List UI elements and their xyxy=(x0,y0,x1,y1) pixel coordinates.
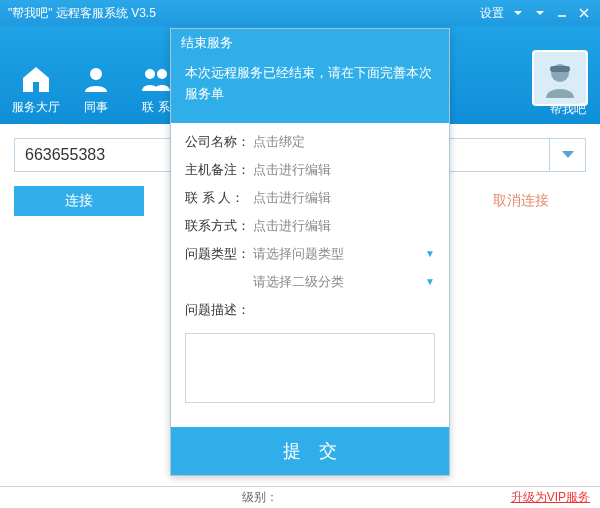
submit-button[interactable]: 提交 xyxy=(171,427,449,475)
app-title: "帮我吧" 远程客服系统 V3.5 xyxy=(8,5,156,22)
pcat-select[interactable]: 请选择二级分类 xyxy=(253,273,419,291)
home-icon xyxy=(6,59,66,99)
ptype-label: 问题类型： xyxy=(185,245,253,263)
level-label: 级别： xyxy=(242,489,278,506)
svg-point-2 xyxy=(157,69,167,79)
contactway-label: 联系方式： xyxy=(185,217,253,235)
contactway-value[interactable]: 点击进行编辑 xyxy=(253,217,435,235)
connect-button[interactable]: 连接 xyxy=(14,186,144,216)
description-textarea[interactable] xyxy=(185,333,435,403)
svg-rect-4 xyxy=(550,66,570,72)
nav-service-hall[interactable]: 服务大厅 xyxy=(6,59,66,124)
titlebar: "帮我吧" 远程客服系统 V3.5 设置 xyxy=(0,0,600,26)
chevron-down-icon[interactable]: ▼ xyxy=(425,248,435,259)
dropdown2-icon[interactable] xyxy=(532,5,548,21)
company-value[interactable]: 点击绑定 xyxy=(253,133,435,151)
hostnote-value[interactable]: 点击进行编辑 xyxy=(253,161,435,179)
contact-label: 联 系 人： xyxy=(185,189,253,207)
end-service-dialog: 结束服务 本次远程服务已经结束，请在下面完善本次服务单 公司名称：点击绑定 主机… xyxy=(170,28,450,476)
brand-label: 帮我吧 xyxy=(550,101,586,118)
svg-point-1 xyxy=(145,69,155,79)
id-dropdown-button[interactable] xyxy=(550,138,586,172)
dialog-message: 本次远程服务已经结束，请在下面完善本次服务单 xyxy=(171,57,449,123)
upgrade-vip-link[interactable]: 升级为VIP服务 xyxy=(511,489,590,506)
avatar[interactable] xyxy=(532,50,588,106)
settings-link[interactable]: 设置 xyxy=(480,5,504,22)
company-label: 公司名称： xyxy=(185,133,253,151)
nav-label: 同事 xyxy=(66,99,126,116)
svg-point-0 xyxy=(90,68,102,80)
status-bar: 级别： 升级为VIP服务 xyxy=(0,486,600,508)
desc-label: 问题描述： xyxy=(185,301,253,319)
person-icon xyxy=(66,59,126,99)
chevron-down-icon[interactable]: ▼ xyxy=(425,276,435,287)
close-icon[interactable] xyxy=(576,5,592,21)
cancel-connect-button[interactable]: 取消连接 xyxy=(456,186,586,216)
dropdown-icon[interactable] xyxy=(510,5,526,21)
dialog-title: 结束服务 xyxy=(171,29,449,57)
hostnote-label: 主机备注： xyxy=(185,161,253,179)
minimize-icon[interactable] xyxy=(554,5,570,21)
ptype-select[interactable]: 请选择问题类型 xyxy=(253,245,419,263)
nav-colleague[interactable]: 同事 xyxy=(66,59,126,124)
nav-label: 服务大厅 xyxy=(6,99,66,116)
contact-value[interactable]: 点击进行编辑 xyxy=(253,189,435,207)
